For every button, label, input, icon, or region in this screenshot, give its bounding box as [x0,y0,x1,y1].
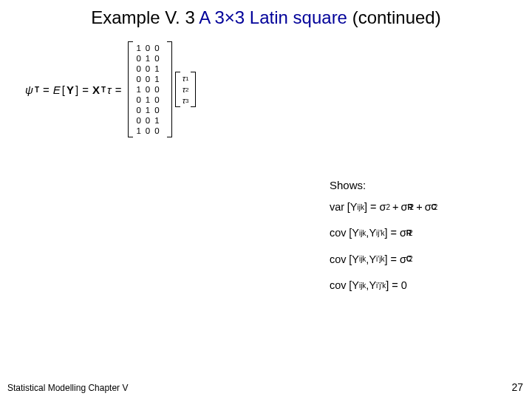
covR-sub2: ij′k [376,229,384,238]
m31: 0 [146,75,154,83]
slide: Example V. 3 A 3×3 Latin square (continu… [0,0,532,399]
covR-Y1: Y [352,227,359,239]
m11: 1 [146,54,154,63]
covC-Y1: Y [352,253,359,266]
Y-symbol: Y [66,83,74,96]
m41: 0 [146,85,154,94]
m22: 1 [154,64,163,73]
m32: 1 [154,75,163,83]
title-highlight: A 3×3 Latin square [199,7,347,27]
m80: 1 [136,126,145,135]
sigma1-sq: 2 [386,203,390,212]
title-prefix: Example V. 3 [91,7,195,27]
m52: 0 [154,95,163,104]
formula-cov-zero: cov [Yijk,Yi′j′k] = 0 [330,279,437,292]
covC-sigma: σ [400,253,406,266]
X-symbol: X [92,83,100,96]
var-eq: = [370,201,376,214]
bracket-left-icon [128,41,133,137]
formula-cov-row: cov [Yijk,Yij′k] = σR2 [330,227,437,239]
m20: 0 [136,64,145,73]
m40: 1 [136,85,145,94]
bracket-left-icon-2 [175,72,180,107]
design-matrix-body: 100 010 001 001 100 010 010 001 100 [133,41,166,137]
cov0-Y1: Y [352,279,359,292]
sigma-1: σ [379,201,386,214]
cov0-zero: 0 [401,279,407,292]
cov0-sub2: i′j′k [376,282,386,290]
covR-eq: = [390,227,396,239]
var-arg: [Yijk] [344,201,367,214]
m70: 0 [136,116,145,125]
title-suffix: (continued) [352,7,441,27]
design-matrix: 100 010 001 001 100 010 010 001 100 [128,41,171,137]
covR-sq: 2 [409,229,413,238]
covR-Y2: Y [369,227,376,239]
psi-subscript: T [35,86,39,94]
formula-variance: var [Yijk] = σ2 + σR2 + σC2 [330,201,437,214]
bracket-right-icon [167,41,172,137]
sigma-R: σ [400,201,407,214]
m02: 0 [154,44,163,52]
cov0-fn: cov [330,279,347,292]
m10: 0 [136,54,145,63]
m50: 0 [136,95,145,104]
tau1-sub: 1 [185,73,188,84]
covC-fn: cov [330,253,347,266]
bracket-close-1: ] [75,83,78,96]
m82: 0 [154,126,163,135]
var-Y: Y [350,201,358,214]
footer-left: Statistical Modelling Chapter V [7,383,128,393]
cov0-Y2: Y [369,279,376,292]
m72: 1 [154,116,163,125]
tau2-sub: 2 [185,84,188,95]
sigmaR-sq: 2 [410,203,415,212]
m00: 1 [136,44,145,52]
equals-3: = [115,83,122,96]
equals-1: = [43,83,50,96]
slide-title: Example V. 3 A 3×3 Latin square (continu… [0,7,532,28]
covR-sub1: ijk [359,229,366,238]
psi-symbol: ψ [25,83,33,96]
covC-sub1: ijk [359,255,366,264]
var-sub: ijk [357,203,364,211]
X-subscript: T [101,86,106,94]
covC-eq: = [390,253,396,266]
covC-Y2: Y [369,253,376,266]
m81: 0 [146,126,154,135]
tau-symbol: τ [107,83,112,96]
plus-2: + [416,201,422,214]
bracket-open-1: [ [62,83,65,96]
tau3-sub: 3 [185,95,188,106]
expectation-equation: ψT = E [Y] = XTτ = 100 010 001 001 100 0… [25,41,196,137]
m61: 1 [146,106,154,115]
covR-arg: [Yijk,Yij′k] [347,227,388,239]
covC-sq: 2 [409,255,413,264]
m62: 0 [154,106,163,115]
covC-sub2: i′jk [376,255,384,264]
sigmaC-sq: 2 [434,203,438,212]
covR-sigma: σ [400,227,406,239]
plus-1: + [392,201,398,214]
m51: 1 [146,95,154,104]
page-number: 27 [511,381,523,393]
formula-cov-col: cov [Yijk,Yi′jk] = σC2 [330,253,437,266]
m71: 0 [146,116,154,125]
equals-2: = [82,83,89,96]
tau-vector-body: τ1 τ2 τ3 [180,72,191,107]
bracket-right-icon-2 [191,72,196,107]
covC-arg: [Yijk,Yi′jk] [347,253,388,266]
covR-fn: cov [330,227,347,239]
m60: 0 [136,106,145,115]
expectation-E: E [53,83,61,96]
var-fn: var [330,201,344,214]
equation-lhs: ψT = E [Y] = XTτ = [25,83,123,96]
variance-covariance-formulas: var [Yijk] = σ2 + σR2 + σC2 cov [Yijk,Yi… [330,201,437,306]
sigma-C: σ [425,201,432,214]
cov0-arg: [Yijk,Yi′j′k] [347,279,389,292]
m21: 0 [146,64,154,73]
tau-vector: τ1 τ2 τ3 [175,72,197,107]
cov0-eq: = [392,279,398,292]
cov0-sub1: ijk [359,282,366,290]
shows-label: Shows: [330,179,366,191]
